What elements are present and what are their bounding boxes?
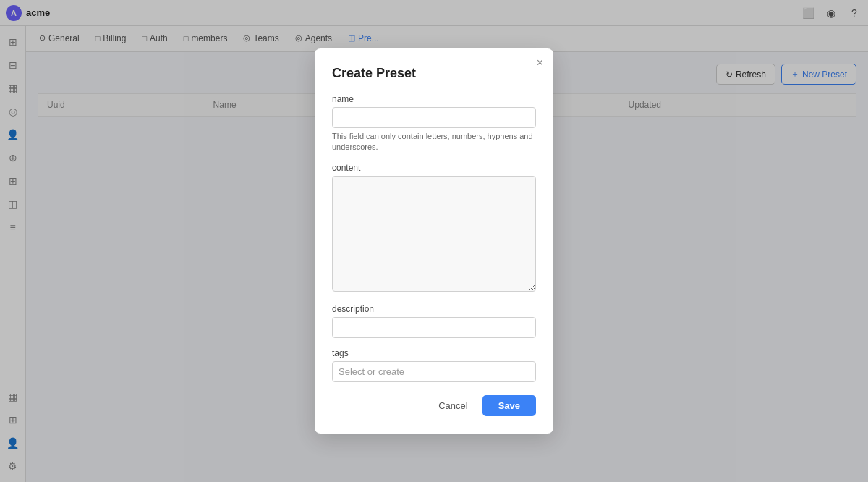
description-label: description — [332, 304, 536, 314]
tags-field-group: tags Select or create — [332, 348, 536, 382]
description-field-group: description — [332, 304, 536, 338]
name-hint: This field can only contain letters, num… — [332, 131, 536, 153]
tags-label: tags — [332, 348, 536, 358]
name-input[interactable] — [332, 107, 536, 128]
modal-overlay[interactable]: × Create Preset name This field can only… — [0, 0, 868, 482]
tags-placeholder: Select or create — [339, 366, 404, 377]
content-label: content — [332, 163, 536, 173]
name-field-group: name This field can only contain letters… — [332, 94, 536, 153]
modal-actions: Cancel Save — [332, 395, 536, 416]
save-button[interactable]: Save — [482, 395, 536, 416]
content-input[interactable] — [332, 176, 536, 292]
tags-select[interactable]: Select or create — [332, 361, 536, 382]
cancel-button[interactable]: Cancel — [431, 395, 475, 416]
create-preset-modal: × Create Preset name This field can only… — [315, 48, 553, 434]
close-icon[interactable]: × — [537, 57, 543, 69]
modal-title: Create Preset — [332, 66, 536, 81]
description-input[interactable] — [332, 317, 536, 338]
name-label: name — [332, 94, 536, 104]
content-field-group: content — [332, 163, 536, 294]
